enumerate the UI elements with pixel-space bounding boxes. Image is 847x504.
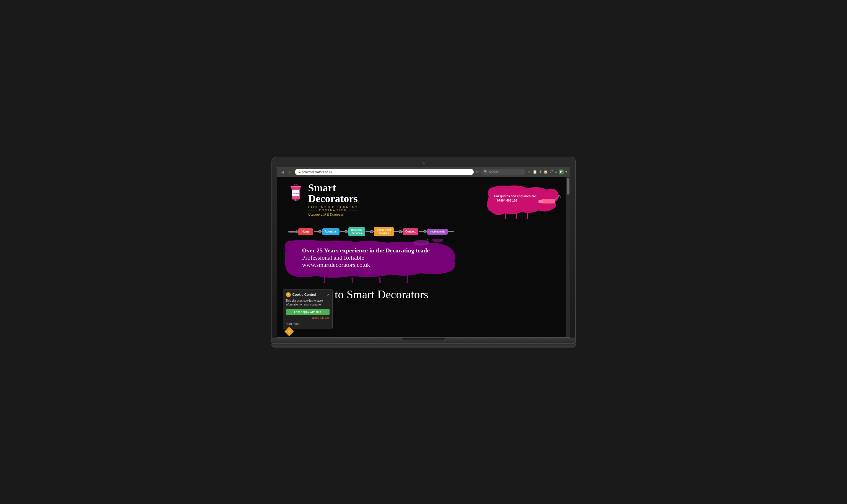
cookie-diamond-icon: ⚙	[284, 327, 294, 336]
hero-banner: Over 25 Years experience in the Decorati…	[288, 239, 555, 282]
scrollbar-thumb[interactable]	[567, 178, 569, 195]
nav-home-btn[interactable]: Home	[298, 228, 313, 235]
logo-area: PAINT	[288, 182, 358, 217]
logo-decorators: Decorators	[308, 193, 358, 204]
cookie-title-row: ☀ Cookie Control	[286, 292, 316, 297]
logo-subtitle: PAINTING & DECORATING	[308, 205, 358, 209]
download-save-icon[interactable]: 📋	[533, 170, 537, 174]
cookie-header: ☀ Cookie Control ×	[286, 292, 330, 297]
navigation: Home About us	[288, 225, 555, 239]
shield-icon[interactable]: 🛡	[550, 170, 553, 174]
nav-home-group: Home	[288, 228, 313, 235]
cookie-title: Cookie Control	[293, 293, 316, 296]
nav-testimonials-group: Testimonials	[419, 229, 448, 235]
reload-button[interactable]: ↻	[476, 170, 479, 174]
browser-icons: ☆ 📋 ⬇ 🏠 🛡 ≡ P ▾	[528, 169, 567, 175]
svg-text:For quotes and enquiries call: For quotes and enquiries call	[494, 194, 537, 198]
laptop-foot	[272, 344, 576, 347]
extension-icon[interactable]: P	[559, 169, 564, 175]
hero-text-block: Over 25 Years experience in the Decorati…	[288, 239, 555, 282]
back-button[interactable]: ◀	[280, 170, 285, 174]
laptop-lid: ◀ ▶ 🔒 smartdecorators.co.uk ↻ 🔍 Search ☆…	[272, 157, 576, 338]
search-placeholder: Search	[489, 170, 499, 174]
svg-rect-11	[541, 199, 555, 203]
cookie-about-link[interactable]: about this tool	[286, 316, 330, 319]
laptop-notch	[401, 338, 446, 341]
svg-point-23	[345, 230, 348, 233]
svg-text:PAINT: PAINT	[293, 193, 299, 195]
cookie-control-popup: ☀ Cookie Control × This site uses cookie…	[283, 289, 333, 329]
chevron-down-icon[interactable]: ▾	[565, 170, 567, 174]
svg-point-20	[318, 230, 321, 233]
nav-domestic-label: Domestic Services	[351, 229, 362, 235]
forward-button[interactable]: ▶	[288, 170, 293, 174]
nav-contact-btn[interactable]: Contact	[403, 228, 418, 235]
hero-line1: Over 25 Years experience in the Decorati…	[302, 247, 541, 254]
laptop-frame: ◀ ▶ 🔒 smartdecorators.co.uk ↻ 🔍 Search ☆…	[272, 157, 576, 347]
hero-line3: www.smartdecorators.co.uk	[302, 261, 541, 268]
scrollbar[interactable]	[566, 177, 570, 337]
cookie-icon: ☀	[286, 292, 291, 297]
nav-commercial-label: Commercial Services	[377, 229, 391, 235]
search-icon: 🔍	[484, 170, 488, 174]
laptop-base	[272, 338, 576, 344]
nav-domestic-group: Domestic Services	[340, 227, 365, 236]
url-bar[interactable]: 🔒 smartdecorators.co.uk	[295, 169, 474, 175]
logo-smart: Smart	[308, 182, 336, 194]
cookie-close-button[interactable]: ×	[327, 292, 329, 297]
search-bar[interactable]: 🔍 Search	[481, 169, 525, 175]
svg-point-26	[370, 230, 373, 233]
header-splash: For quotes and enquiries call 07984 408 …	[483, 183, 555, 216]
nav-testimonials-btn[interactable]: Testimonials	[427, 229, 448, 235]
svg-rect-7	[297, 199, 297, 201]
logo-paint-icon: PAINT	[288, 181, 304, 204]
browser-window: ◀ ▶ 🔒 smartdecorators.co.uk ↻ 🔍 Search ☆…	[277, 167, 570, 338]
menu-icon[interactable]: ≡	[555, 170, 557, 174]
nav-aboutus-group: About us	[314, 228, 340, 235]
logo-text-block: Smart Decorators PAINTING & DECORATING C…	[308, 182, 358, 217]
url-text: smartdecorators.co.uk	[302, 170, 332, 174]
nav-commercial-btn[interactable]: Commercial Services	[374, 227, 394, 236]
svg-rect-4	[291, 186, 301, 187]
nav-end-pipe	[448, 230, 454, 234]
svg-point-18	[295, 230, 298, 233]
cookie-accept-button[interactable]: I am happy with this	[286, 309, 330, 315]
bookmark-icon[interactable]: ☆	[528, 170, 531, 174]
nav-aboutus-btn[interactable]: About us	[322, 228, 340, 235]
svg-rect-12	[538, 200, 542, 203]
browser-bar: ◀ ▶ 🔒 smartdecorators.co.uk ↻ 🔍 Search ☆…	[277, 167, 570, 177]
lock-icon: 🔒	[298, 170, 301, 173]
cookie-body-text: This site uses cookies to store informat…	[286, 299, 330, 307]
logo-commercial: Commercial & Domestic	[308, 213, 358, 216]
hero-line2: Professional and Reliable	[302, 254, 541, 261]
website-content: PAINT	[277, 177, 570, 337]
home-icon[interactable]: 🏠	[543, 170, 548, 174]
svg-text:07984 408 108: 07984 408 108	[497, 199, 517, 202]
svg-point-32	[424, 230, 427, 233]
nav-commercial-group: Commercial Services	[365, 227, 394, 236]
logo-line: CONTRACTOR	[308, 209, 358, 212]
nav-domestic-btn[interactable]: Domestic Services	[348, 227, 365, 236]
svg-line-14	[559, 195, 560, 199]
svg-point-29	[399, 230, 402, 233]
download-icon[interactable]: ⬇	[539, 170, 542, 174]
site-header: PAINT	[288, 182, 555, 217]
cookie-read-more-link[interactable]: read more	[286, 322, 300, 325]
logo-contractor: CONTRACTOR	[319, 209, 347, 212]
nav-contact-group: Contact	[394, 228, 418, 235]
camera	[422, 162, 425, 164]
svg-rect-6	[295, 198, 296, 201]
